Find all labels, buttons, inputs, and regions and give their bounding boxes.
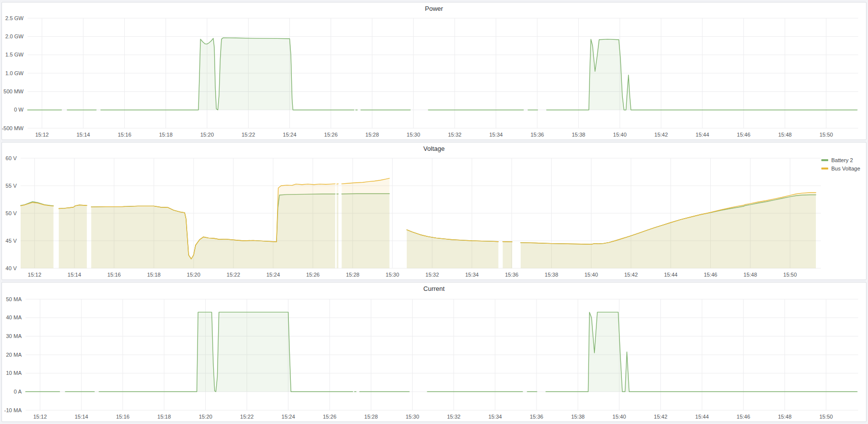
- x-tick-label: 15:38: [545, 272, 559, 278]
- x-tick-label: 15:16: [107, 272, 121, 278]
- x-tick-label: 15:44: [696, 132, 709, 138]
- y-tick-label: 10 MA: [6, 370, 22, 376]
- x-tick-label: 15:44: [695, 414, 709, 420]
- power-chart[interactable]: 15:1215:1415:1615:1815:2015:2215:2415:26…: [2, 15, 866, 140]
- series-area: [337, 184, 338, 268]
- panel-power: Power 15:1215:1415:1615:1815:2015:2215:2…: [1, 2, 867, 140]
- x-tick-label: 15:12: [33, 414, 47, 420]
- y-tick-label: 45 V: [5, 238, 17, 244]
- x-tick-label: 15:28: [346, 272, 360, 278]
- bus-voltage-swatch-icon: [821, 168, 828, 170]
- x-tick-label: 15:26: [324, 132, 338, 138]
- x-tick-label: 15:24: [266, 272, 280, 278]
- x-tick-label: 15:30: [407, 132, 420, 138]
- x-tick-label: 15:18: [159, 132, 173, 138]
- y-tick-label: 50 V: [5, 210, 17, 216]
- x-tick-label: 15:46: [737, 414, 751, 420]
- voltage-chart-svg[interactable]: 15:1215:1415:1615:1815:2015:2215:2415:26…: [2, 155, 866, 280]
- series-area: [101, 38, 354, 110]
- x-tick-label: 15:14: [77, 132, 90, 138]
- voltage-legend: Battery 2 Bus Voltage: [821, 157, 860, 174]
- series-area: [59, 205, 87, 268]
- y-tick-label: 20 MA: [6, 352, 22, 358]
- y-tick-label: 2.5 GW: [5, 15, 24, 21]
- y-tick-label: 40 V: [5, 265, 17, 271]
- panel-title-current[interactable]: Current: [2, 283, 866, 295]
- legend-item-battery-2[interactable]: Battery 2: [821, 157, 860, 163]
- series-area: [91, 184, 336, 268]
- x-tick-label: 15:28: [365, 132, 379, 138]
- legend-label-battery-2: Battery 2: [831, 157, 853, 163]
- x-tick-label: 15:46: [737, 132, 751, 138]
- y-tick-label: -10 MA: [4, 407, 22, 413]
- x-tick-label: 15:12: [28, 272, 42, 278]
- current-chart[interactable]: 15:1215:1415:1615:1815:2015:2215:2415:26…: [2, 295, 866, 422]
- x-tick-label: 15:32: [447, 414, 461, 420]
- y-tick-label: 55 V: [5, 183, 17, 189]
- x-tick-label: 15:36: [505, 272, 519, 278]
- x-tick-label: 15:20: [199, 414, 213, 420]
- x-tick-label: 15:46: [704, 272, 718, 278]
- x-tick-label: 15:34: [489, 132, 503, 138]
- x-tick-label: 15:28: [364, 414, 378, 420]
- series-area: [546, 312, 857, 392]
- y-tick-label: 500 MW: [3, 88, 24, 94]
- x-tick-label: 15:40: [613, 414, 626, 420]
- power-chart-svg[interactable]: 15:1215:1415:1615:1815:2015:2215:2415:26…: [2, 15, 866, 140]
- series-area: [521, 193, 816, 268]
- x-tick-label: 15:16: [118, 132, 132, 138]
- legend-item-bus-voltage[interactable]: Bus Voltage: [821, 166, 860, 171]
- current-chart-svg[interactable]: 15:1215:1415:1615:1815:2015:2215:2415:26…: [2, 295, 866, 422]
- y-tick-label: 40 MA: [6, 314, 22, 320]
- series-area: [342, 178, 390, 268]
- x-tick-label: 15:22: [242, 132, 255, 138]
- x-tick-label: 15:42: [654, 414, 668, 420]
- series-area: [21, 202, 54, 268]
- x-tick-label: 15:20: [187, 272, 200, 278]
- y-tick-label: 0 W: [14, 107, 24, 113]
- x-tick-label: 15:22: [240, 414, 254, 420]
- y-tick-label: 1.0 GW: [5, 70, 24, 76]
- x-tick-label: 15:48: [744, 272, 757, 278]
- x-tick-label: 15:32: [425, 272, 439, 278]
- series-line: [503, 242, 512, 242]
- x-tick-label: 15:26: [306, 272, 320, 278]
- panel-title-voltage[interactable]: Voltage: [2, 142, 866, 155]
- x-tick-label: 15:40: [613, 132, 627, 138]
- series-line: [337, 184, 338, 184]
- x-tick-label: 15:36: [531, 132, 544, 138]
- y-tick-label: 60 V: [5, 155, 17, 161]
- x-tick-label: 15:34: [488, 414, 502, 420]
- panel-voltage: Voltage 15:1215:1415:1615:1815:2015:2215…: [1, 142, 867, 280]
- x-tick-label: 15:44: [664, 272, 678, 278]
- x-tick-label: 15:14: [68, 272, 82, 278]
- x-tick-label: 15:34: [465, 272, 479, 278]
- x-tick-label: 15:18: [157, 414, 171, 420]
- voltage-chart[interactable]: 15:1215:1415:1615:1815:2015:2215:2415:26…: [2, 155, 866, 280]
- x-tick-label: 15:42: [654, 132, 668, 138]
- panel-title-power[interactable]: Power: [2, 2, 866, 15]
- x-tick-label: 15:24: [283, 132, 297, 138]
- series-area: [407, 230, 499, 268]
- y-tick-label: -500 MW: [2, 125, 24, 131]
- y-tick-label: 2.0 GW: [5, 33, 24, 39]
- x-tick-label: 15:14: [75, 414, 88, 420]
- x-tick-label: 15:36: [530, 414, 543, 420]
- x-tick-label: 15:50: [819, 132, 833, 138]
- x-tick-label: 15:38: [572, 132, 586, 138]
- x-tick-label: 15:22: [226, 272, 240, 278]
- x-tick-label: 15:40: [585, 272, 598, 278]
- x-tick-label: 15:30: [406, 414, 420, 420]
- panel-current: Current 15:1215:1415:1615:1815:2015:2215…: [1, 282, 867, 422]
- x-tick-label: 15:18: [147, 272, 161, 278]
- y-tick-label: 0 A: [14, 389, 22, 395]
- y-tick-label: 30 MA: [6, 333, 22, 339]
- x-tick-label: 15:48: [778, 414, 792, 420]
- x-tick-label: 15:48: [778, 132, 792, 138]
- x-tick-label: 15:24: [281, 414, 295, 420]
- x-tick-label: 15:16: [116, 414, 130, 420]
- y-tick-label: 50 MA: [6, 296, 22, 302]
- x-tick-label: 15:42: [624, 272, 638, 278]
- x-tick-label: 15:20: [200, 132, 214, 138]
- x-tick-label: 15:38: [571, 414, 585, 420]
